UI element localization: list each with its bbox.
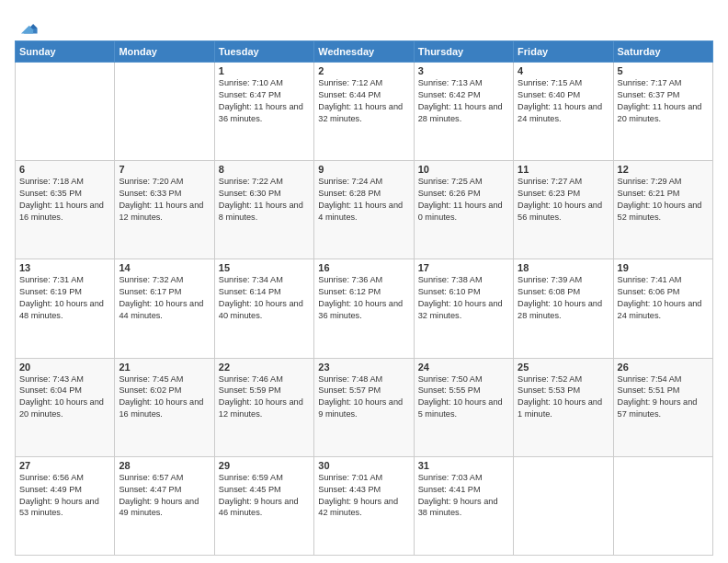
calendar-cell: 11Sunrise: 7:27 AM Sunset: 6:23 PM Dayli…	[514, 161, 613, 259]
weekday-header-tuesday: Tuesday	[214, 41, 313, 63]
day-number: 20	[19, 362, 110, 373]
calendar-table: SundayMondayTuesdayWednesdayThursdayFrid…	[15, 40, 713, 556]
day-info: Sunrise: 7:43 AM Sunset: 6:04 PM Dayligh…	[19, 373, 110, 421]
day-info: Sunrise: 7:25 AM Sunset: 6:26 PM Dayligh…	[418, 176, 509, 224]
week-row-3: 13Sunrise: 7:31 AM Sunset: 6:19 PM Dayli…	[16, 259, 713, 358]
logo-icon	[18, 15, 39, 35]
weekday-header-row: SundayMondayTuesdayWednesdayThursdayFrid…	[16, 41, 713, 63]
logo	[15, 15, 39, 35]
day-info: Sunrise: 7:36 AM Sunset: 6:12 PM Dayligh…	[318, 274, 409, 322]
day-number: 1	[219, 65, 310, 76]
day-info: Sunrise: 6:57 AM Sunset: 4:47 PM Dayligh…	[119, 472, 210, 520]
calendar-cell: 16Sunrise: 7:36 AM Sunset: 6:12 PM Dayli…	[314, 259, 414, 358]
calendar-cell	[613, 456, 712, 555]
day-number: 3	[418, 65, 509, 76]
day-info: Sunrise: 6:56 AM Sunset: 4:49 PM Dayligh…	[19, 472, 110, 520]
calendar-cell	[16, 63, 115, 161]
calendar-cell: 18Sunrise: 7:39 AM Sunset: 6:08 PM Dayli…	[514, 259, 613, 358]
day-info: Sunrise: 7:38 AM Sunset: 6:10 PM Dayligh…	[418, 274, 509, 322]
calendar-cell: 25Sunrise: 7:52 AM Sunset: 5:53 PM Dayli…	[514, 358, 613, 456]
calendar-cell: 9Sunrise: 7:24 AM Sunset: 6:28 PM Daylig…	[314, 161, 414, 259]
calendar-cell: 10Sunrise: 7:25 AM Sunset: 6:26 PM Dayli…	[414, 161, 513, 259]
weekday-header-sunday: Sunday	[16, 41, 115, 63]
calendar-cell: 4Sunrise: 7:15 AM Sunset: 6:40 PM Daylig…	[514, 63, 613, 161]
calendar-cell: 24Sunrise: 7:50 AM Sunset: 5:55 PM Dayli…	[414, 358, 513, 456]
calendar-cell: 22Sunrise: 7:46 AM Sunset: 5:59 PM Dayli…	[214, 358, 313, 456]
weekday-header-wednesday: Wednesday	[314, 41, 414, 63]
day-info: Sunrise: 7:12 AM Sunset: 6:44 PM Dayligh…	[318, 77, 409, 125]
day-number: 5	[618, 65, 709, 76]
day-info: Sunrise: 7:10 AM Sunset: 6:47 PM Dayligh…	[219, 77, 310, 125]
calendar-cell: 20Sunrise: 7:43 AM Sunset: 6:04 PM Dayli…	[16, 358, 115, 456]
day-info: Sunrise: 7:22 AM Sunset: 6:30 PM Dayligh…	[219, 176, 310, 224]
day-number: 30	[318, 460, 409, 471]
day-info: Sunrise: 7:01 AM Sunset: 4:43 PM Dayligh…	[318, 472, 409, 520]
day-info: Sunrise: 7:46 AM Sunset: 5:59 PM Dayligh…	[219, 373, 310, 421]
day-number: 15	[219, 262, 310, 273]
day-info: Sunrise: 7:48 AM Sunset: 5:57 PM Dayligh…	[318, 373, 409, 421]
day-info: Sunrise: 7:50 AM Sunset: 5:55 PM Dayligh…	[418, 373, 509, 421]
day-info: Sunrise: 7:13 AM Sunset: 6:42 PM Dayligh…	[418, 77, 509, 125]
calendar-cell: 15Sunrise: 7:34 AM Sunset: 6:14 PM Dayli…	[214, 259, 313, 358]
calendar-cell: 6Sunrise: 7:18 AM Sunset: 6:35 PM Daylig…	[16, 161, 115, 259]
day-number: 27	[19, 460, 110, 471]
day-info: Sunrise: 7:24 AM Sunset: 6:28 PM Dayligh…	[318, 176, 409, 224]
day-number: 16	[318, 262, 409, 273]
week-row-1: 1Sunrise: 7:10 AM Sunset: 6:47 PM Daylig…	[16, 63, 713, 161]
day-number: 28	[119, 460, 210, 471]
calendar-cell: 17Sunrise: 7:38 AM Sunset: 6:10 PM Dayli…	[414, 259, 513, 358]
day-info: Sunrise: 7:29 AM Sunset: 6:21 PM Dayligh…	[618, 176, 709, 224]
day-info: Sunrise: 7:52 AM Sunset: 5:53 PM Dayligh…	[518, 373, 609, 421]
day-info: Sunrise: 7:45 AM Sunset: 6:02 PM Dayligh…	[119, 373, 210, 421]
day-info: Sunrise: 7:17 AM Sunset: 6:37 PM Dayligh…	[618, 77, 709, 125]
day-info: Sunrise: 7:54 AM Sunset: 5:51 PM Dayligh…	[618, 373, 709, 421]
calendar-cell: 1Sunrise: 7:10 AM Sunset: 6:47 PM Daylig…	[214, 63, 313, 161]
calendar-cell: 5Sunrise: 7:17 AM Sunset: 6:37 PM Daylig…	[613, 63, 712, 161]
day-number: 12	[618, 164, 709, 175]
calendar-cell: 29Sunrise: 6:59 AM Sunset: 4:45 PM Dayli…	[214, 456, 313, 555]
day-info: Sunrise: 7:03 AM Sunset: 4:41 PM Dayligh…	[418, 472, 509, 520]
day-info: Sunrise: 7:18 AM Sunset: 6:35 PM Dayligh…	[19, 176, 110, 224]
day-number: 11	[518, 164, 609, 175]
day-number: 8	[219, 164, 310, 175]
day-number: 29	[219, 460, 310, 471]
day-number: 17	[418, 262, 509, 273]
day-number: 6	[19, 164, 110, 175]
calendar-cell	[115, 63, 214, 161]
day-number: 24	[418, 362, 509, 373]
calendar-cell: 7Sunrise: 7:20 AM Sunset: 6:33 PM Daylig…	[115, 161, 214, 259]
weekday-header-friday: Friday	[514, 41, 613, 63]
calendar-cell: 3Sunrise: 7:13 AM Sunset: 6:42 PM Daylig…	[414, 63, 513, 161]
day-number: 14	[119, 262, 210, 273]
day-number: 7	[119, 164, 210, 175]
day-number: 23	[318, 362, 409, 373]
header	[15, 11, 713, 35]
calendar-cell: 19Sunrise: 7:41 AM Sunset: 6:06 PM Dayli…	[613, 259, 712, 358]
calendar-cell: 26Sunrise: 7:54 AM Sunset: 5:51 PM Dayli…	[613, 358, 712, 456]
day-number: 4	[518, 65, 609, 76]
calendar-cell: 30Sunrise: 7:01 AM Sunset: 4:43 PM Dayli…	[314, 456, 414, 555]
day-number: 25	[518, 362, 609, 373]
calendar-cell: 13Sunrise: 7:31 AM Sunset: 6:19 PM Dayli…	[16, 259, 115, 358]
day-number: 18	[518, 262, 609, 273]
calendar-cell: 28Sunrise: 6:57 AM Sunset: 4:47 PM Dayli…	[115, 456, 214, 555]
day-info: Sunrise: 7:34 AM Sunset: 6:14 PM Dayligh…	[219, 274, 310, 322]
day-number: 2	[318, 65, 409, 76]
day-info: Sunrise: 7:20 AM Sunset: 6:33 PM Dayligh…	[119, 176, 210, 224]
day-number: 26	[618, 362, 709, 373]
day-info: Sunrise: 7:32 AM Sunset: 6:17 PM Dayligh…	[119, 274, 210, 322]
calendar-page: SundayMondayTuesdayWednesdayThursdayFrid…	[0, 0, 728, 563]
week-row-4: 20Sunrise: 7:43 AM Sunset: 6:04 PM Dayli…	[16, 358, 713, 456]
day-info: Sunrise: 7:27 AM Sunset: 6:23 PM Dayligh…	[518, 176, 609, 224]
day-number: 21	[119, 362, 210, 373]
calendar-cell: 23Sunrise: 7:48 AM Sunset: 5:57 PM Dayli…	[314, 358, 414, 456]
calendar-cell: 27Sunrise: 6:56 AM Sunset: 4:49 PM Dayli…	[16, 456, 115, 555]
weekday-header-saturday: Saturday	[613, 41, 712, 63]
week-row-2: 6Sunrise: 7:18 AM Sunset: 6:35 PM Daylig…	[16, 161, 713, 259]
day-number: 31	[418, 460, 509, 471]
day-number: 9	[318, 164, 409, 175]
weekday-header-monday: Monday	[115, 41, 214, 63]
day-number: 19	[618, 262, 709, 273]
day-number: 13	[19, 262, 110, 273]
calendar-cell: 8Sunrise: 7:22 AM Sunset: 6:30 PM Daylig…	[214, 161, 313, 259]
